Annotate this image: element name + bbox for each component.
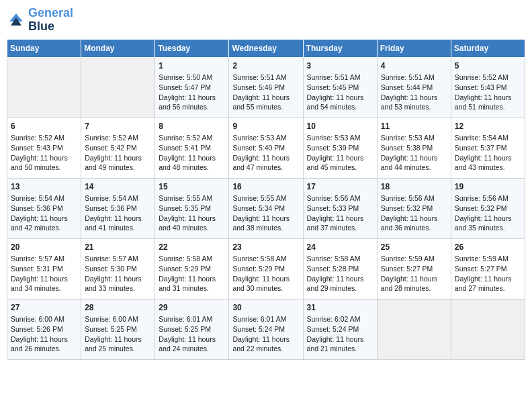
sunrise: Sunrise: 5:52 AM (11, 134, 64, 142)
sunset: Sunset: 5:27 PM (381, 265, 433, 273)
sunrise: Sunrise: 5:54 AM (455, 134, 508, 142)
daylight: Daylight: 11 hours and 49 minutes. (85, 154, 142, 172)
sunrise: Sunrise: 5:58 AM (159, 255, 212, 263)
sunset: Sunset: 5:24 PM (232, 325, 285, 333)
calendar-cell: 28 Sunrise: 6:00 AM Sunset: 5:25 PM Dayl… (81, 299, 155, 359)
sunrise: Sunrise: 5:56 AM (307, 194, 361, 202)
calendar-cell: 29 Sunrise: 6:01 AM Sunset: 5:25 PM Dayl… (155, 299, 229, 359)
day-number: 8 (159, 121, 225, 132)
sunrise: Sunrise: 5:52 AM (85, 134, 138, 142)
weekday-header-friday: Friday (377, 39, 451, 57)
sunset: Sunset: 5:32 PM (455, 204, 507, 212)
sunrise: Sunrise: 5:58 AM (232, 255, 286, 263)
daylight: Daylight: 11 hours and 37 minutes. (307, 214, 364, 232)
sunrise: Sunrise: 5:56 AM (455, 194, 508, 202)
sunrise: Sunrise: 5:57 AM (85, 255, 138, 263)
day-number: 4 (381, 60, 447, 72)
calendar-cell: 22 Sunrise: 5:58 AM Sunset: 5:29 PM Dayl… (155, 238, 229, 299)
sunset: Sunset: 5:29 PM (159, 265, 211, 273)
calendar-cell: 18 Sunrise: 5:56 AM Sunset: 5:32 PM Dayl… (377, 178, 451, 238)
sunrise: Sunrise: 5:51 AM (307, 73, 361, 81)
sunset: Sunset: 5:36 PM (11, 204, 63, 212)
daylight: Daylight: 11 hours and 33 minutes. (85, 275, 142, 293)
sunrise: Sunrise: 5:51 AM (381, 73, 435, 81)
day-number: 15 (159, 181, 225, 193)
day-number: 19 (455, 181, 521, 193)
calendar-week-4: 20 Sunrise: 5:57 AM Sunset: 5:31 PM Dayl… (7, 238, 525, 299)
sunrise: Sunrise: 5:51 AM (232, 73, 286, 81)
sunset: Sunset: 5:31 PM (11, 265, 63, 273)
calendar-cell: 24 Sunrise: 5:58 AM Sunset: 5:28 PM Dayl… (303, 238, 377, 299)
day-number: 26 (455, 242, 521, 253)
day-number: 6 (11, 121, 77, 132)
daylight: Daylight: 11 hours and 41 minutes. (85, 214, 142, 232)
calendar-cell: 6 Sunrise: 5:52 AM Sunset: 5:43 PM Dayli… (7, 118, 81, 178)
weekday-header-tuesday: Tuesday (155, 39, 229, 57)
calendar-cell: 10 Sunrise: 5:53 AM Sunset: 5:39 PM Dayl… (303, 118, 377, 178)
calendar-cell (451, 299, 525, 359)
day-number: 20 (11, 242, 77, 253)
calendar-cell: 1 Sunrise: 5:50 AM Sunset: 5:47 PM Dayli… (155, 57, 229, 118)
day-number: 10 (307, 121, 373, 132)
calendar-cell: 19 Sunrise: 5:56 AM Sunset: 5:32 PM Dayl… (451, 178, 525, 238)
calendar-week-3: 13 Sunrise: 5:54 AM Sunset: 5:36 PM Dayl… (7, 178, 525, 238)
sunrise: Sunrise: 5:53 AM (381, 134, 435, 142)
sunset: Sunset: 5:41 PM (159, 144, 211, 152)
sunrise: Sunrise: 6:00 AM (11, 315, 64, 323)
daylight: Daylight: 11 hours and 45 minutes. (307, 154, 364, 172)
sunset: Sunset: 5:32 PM (381, 204, 433, 212)
day-number: 13 (11, 181, 77, 193)
sunrise: Sunrise: 6:01 AM (232, 315, 286, 323)
daylight: Daylight: 11 hours and 29 minutes. (307, 275, 364, 293)
day-number: 22 (159, 242, 225, 253)
sunset: Sunset: 5:43 PM (455, 83, 507, 91)
sunset: Sunset: 5:43 PM (11, 144, 63, 152)
calendar-week-5: 27 Sunrise: 6:00 AM Sunset: 5:26 PM Dayl… (7, 299, 525, 359)
daylight: Daylight: 11 hours and 44 minutes. (381, 154, 438, 172)
daylight: Daylight: 11 hours and 54 minutes. (307, 93, 364, 111)
daylight: Daylight: 11 hours and 34 minutes. (11, 275, 68, 293)
day-number: 21 (85, 242, 151, 253)
sunrise: Sunrise: 5:55 AM (159, 194, 212, 202)
day-number: 7 (85, 121, 151, 132)
calendar-cell: 27 Sunrise: 6:00 AM Sunset: 5:26 PM Dayl… (7, 299, 81, 359)
calendar-week-2: 6 Sunrise: 5:52 AM Sunset: 5:43 PM Dayli… (7, 118, 525, 178)
calendar-cell: 26 Sunrise: 5:59 AM Sunset: 5:27 PM Dayl… (451, 238, 525, 299)
daylight: Daylight: 11 hours and 35 minutes. (455, 214, 512, 232)
sunrise: Sunrise: 5:57 AM (11, 255, 64, 263)
sunset: Sunset: 5:37 PM (455, 144, 507, 152)
sunset: Sunset: 5:29 PM (232, 265, 285, 273)
daylight: Daylight: 11 hours and 48 minutes. (159, 154, 216, 172)
day-number: 11 (381, 121, 447, 132)
sunset: Sunset: 5:42 PM (85, 144, 137, 152)
daylight: Daylight: 11 hours and 30 minutes. (232, 275, 290, 293)
daylight: Daylight: 11 hours and 25 minutes. (85, 335, 142, 353)
sunset: Sunset: 5:33 PM (307, 204, 359, 212)
sunrise: Sunrise: 5:56 AM (381, 194, 435, 202)
calendar-cell: 3 Sunrise: 5:51 AM Sunset: 5:45 PM Dayli… (303, 57, 377, 118)
sunset: Sunset: 5:34 PM (232, 204, 285, 212)
sunrise: Sunrise: 5:58 AM (307, 255, 361, 263)
calendar-cell: 11 Sunrise: 5:53 AM Sunset: 5:38 PM Dayl… (377, 118, 451, 178)
day-number: 14 (85, 181, 151, 193)
calendar-cell: 12 Sunrise: 5:54 AM Sunset: 5:37 PM Dayl… (451, 118, 525, 178)
sunset: Sunset: 5:27 PM (455, 265, 507, 273)
logo-text: GeneralBlue (28, 7, 73, 34)
weekday-header-saturday: Saturday (451, 39, 525, 57)
sunset: Sunset: 5:46 PM (232, 83, 285, 91)
calendar-cell: 9 Sunrise: 5:53 AM Sunset: 5:40 PM Dayli… (229, 118, 303, 178)
daylight: Daylight: 11 hours and 56 minutes. (159, 93, 216, 111)
daylight: Daylight: 11 hours and 53 minutes. (381, 93, 438, 111)
calendar-cell: 17 Sunrise: 5:56 AM Sunset: 5:33 PM Dayl… (303, 178, 377, 238)
calendar-cell (81, 57, 155, 118)
sunrise: Sunrise: 6:02 AM (307, 315, 361, 323)
daylight: Daylight: 11 hours and 47 minutes. (232, 154, 290, 172)
sunset: Sunset: 5:36 PM (85, 204, 137, 212)
day-number: 12 (455, 121, 521, 132)
sunrise: Sunrise: 5:59 AM (381, 255, 435, 263)
day-number: 23 (232, 242, 299, 253)
daylight: Daylight: 11 hours and 38 minutes. (232, 214, 290, 232)
calendar-cell: 31 Sunrise: 6:02 AM Sunset: 5:24 PM Dayl… (303, 299, 377, 359)
logo-icon (7, 11, 26, 30)
daylight: Daylight: 11 hours and 40 minutes. (159, 214, 216, 232)
